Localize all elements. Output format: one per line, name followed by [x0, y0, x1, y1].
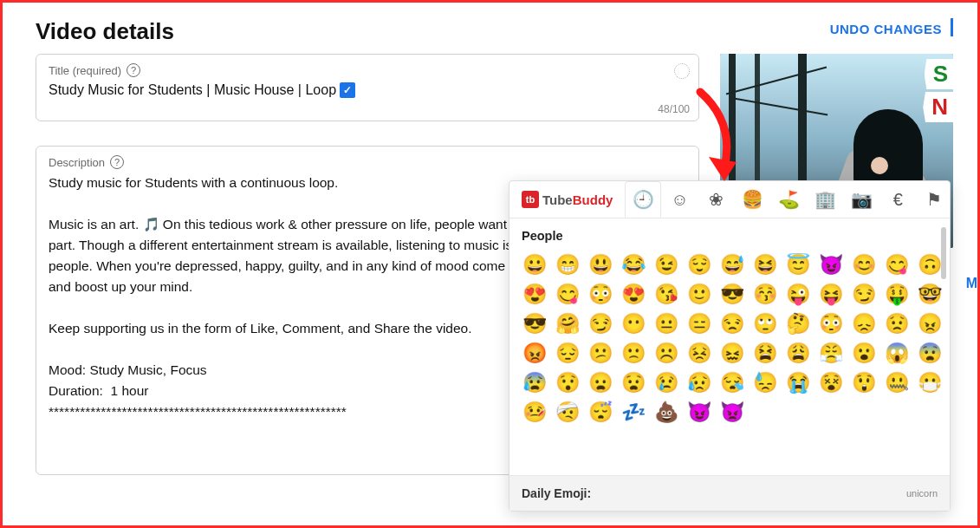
food-icon[interactable]: 🍔	[734, 181, 770, 218]
side-letter: M	[966, 276, 977, 291]
emoji-cell[interactable]: 😘	[653, 281, 679, 307]
emoji-cell[interactable]: 🤐	[884, 369, 910, 395]
emoji-cell[interactable]: 😤	[818, 340, 844, 366]
emoji-cell[interactable]: ☹️	[653, 340, 679, 366]
emoji-cell[interactable]: 🙄	[752, 310, 778, 336]
emoji-cell[interactable]: 😆	[752, 251, 778, 277]
scrollbar-thumb[interactable]	[941, 227, 946, 279]
tubebuddy-icon: tb	[522, 191, 539, 208]
description-label: Description	[49, 156, 105, 169]
emoji-cell[interactable]: 😈	[818, 251, 844, 277]
emoji-cell[interactable]: 😰	[522, 369, 548, 395]
emoji-cell[interactable]: 😠	[917, 310, 943, 336]
emoji-cell[interactable]: 😯	[555, 369, 581, 395]
emoji-cell[interactable]: 🙂	[686, 281, 712, 307]
daily-emoji-hint: unicorn	[906, 488, 938, 499]
recent-icon[interactable]: 🕘	[625, 181, 661, 218]
logo-text-buddy: Buddy	[573, 192, 613, 207]
emoji-cell[interactable]: 🤔	[785, 310, 811, 336]
emoji-cell[interactable]: 😊	[851, 251, 877, 277]
emoji-cell[interactable]: 😥	[686, 369, 712, 395]
title-counter: 48/100	[658, 103, 690, 115]
emoji-cell[interactable]: 😍	[522, 281, 548, 307]
undo-changes-button[interactable]: UNDO CHANGES	[830, 18, 953, 36]
emoji-cell[interactable]: 😋	[884, 251, 910, 277]
emoji-cell[interactable]: 😡	[522, 340, 548, 366]
objects-icon[interactable]: 📷	[843, 181, 879, 218]
emoji-cell[interactable]: 😶	[620, 310, 646, 336]
emoji-cell[interactable]: 😌	[686, 251, 712, 277]
emoji-cell[interactable]: 🤕	[555, 399, 581, 425]
emoji-cell[interactable]: 😲	[851, 369, 877, 395]
emoji-cell[interactable]: 😳	[587, 281, 613, 307]
emoji-cell[interactable]: 😑	[686, 310, 712, 336]
emoji-cell[interactable]: 😪	[719, 369, 745, 395]
emoji-cell[interactable]: 💩	[653, 399, 679, 425]
emoji-cell[interactable]: 😱	[884, 340, 910, 366]
emoji-cell[interactable]: 😳	[818, 310, 844, 336]
nature-icon[interactable]: ❀	[698, 181, 734, 218]
emoji-cell[interactable]: 😨	[917, 340, 943, 366]
emoji-cell[interactable]: 😕	[587, 340, 613, 366]
emoji-cell[interactable]: 😎	[719, 281, 745, 307]
emoji-cell[interactable]: 😚	[752, 281, 778, 307]
check-icon: ✓	[340, 82, 355, 98]
flags-icon[interactable]: ⚑	[916, 181, 952, 218]
emoji-cell[interactable]: 😂	[620, 251, 646, 277]
emoji-cell[interactable]: 😔	[555, 340, 581, 366]
emoji-cell[interactable]: 😍	[620, 281, 646, 307]
emoji-cell[interactable]: 👿	[719, 399, 745, 425]
emoji-cell[interactable]: 🤑	[884, 281, 910, 307]
emoji-cell[interactable]: 😦	[587, 369, 613, 395]
emoji-cell[interactable]: 😷	[917, 369, 943, 395]
symbols-icon[interactable]: €	[879, 181, 916, 218]
emoji-cell[interactable]: 😅	[719, 251, 745, 277]
emoji-cell[interactable]: 😀	[522, 251, 548, 277]
emoji-cell[interactable]: 😏	[587, 310, 613, 336]
activity-icon[interactable]: ⛳	[770, 181, 807, 218]
help-icon[interactable]: ?	[127, 63, 140, 77]
emoji-cell[interactable]: 😭	[785, 369, 811, 395]
emoji-cell[interactable]: 😫	[752, 340, 778, 366]
emoji-cell[interactable]: 😒	[719, 310, 745, 336]
title-field[interactable]: Title (required) ? Study Music for Stude…	[36, 54, 699, 121]
emoji-cell[interactable]: 😁	[555, 251, 581, 277]
emoji-cell[interactable]: 🤓	[917, 281, 943, 307]
emoji-cell[interactable]: 🤒	[522, 399, 548, 425]
emoji-cell[interactable]: 😧	[620, 369, 646, 395]
emoji-cell[interactable]: 😵	[818, 369, 844, 395]
emoji-cell[interactable]: 😟	[884, 310, 910, 336]
emoji-cell[interactable]: 😜	[785, 281, 811, 307]
emoji-cell[interactable]: 😮	[851, 340, 877, 366]
emoji-cell[interactable]: 💤	[620, 399, 646, 425]
emoji-cell[interactable]: 😇	[785, 251, 811, 277]
emoji-cell[interactable]: 😈	[686, 399, 712, 425]
title-input-value[interactable]: Study Music for Students | Music House |…	[49, 82, 336, 98]
emoji-cell[interactable]: 😋	[555, 281, 581, 307]
page-title: Video details	[36, 18, 174, 45]
emoji-cell[interactable]: 😴	[587, 399, 613, 425]
emoji-cell[interactable]: 😢	[653, 369, 679, 395]
emoji-cell[interactable]: 😩	[785, 340, 811, 366]
emoji-picker-popup: tb TubeBuddy 🕘☺❀🍔⛳🏢📷€⚑ People 😀😁😃😂😉😌😅😆😇😈…	[509, 180, 951, 512]
emoji-cell[interactable]: 😓	[752, 369, 778, 395]
tubebuddy-logo: tb TubeBuddy	[515, 182, 625, 217]
emoji-cell[interactable]: 🙁	[620, 340, 646, 366]
emoji-cell[interactable]: 😐	[653, 310, 679, 336]
help-icon[interactable]: ?	[110, 155, 124, 169]
emoji-cell[interactable]: 🙃	[917, 251, 943, 277]
emoji-cell[interactable]: 😣	[686, 340, 712, 366]
emoji-cell[interactable]: 😖	[719, 340, 745, 366]
people-icon[interactable]: ☺	[661, 181, 698, 218]
emoji-cell[interactable]: 😏	[851, 281, 877, 307]
emoji-cell[interactable]: 😞	[851, 310, 877, 336]
travel-icon[interactable]: 🏢	[807, 181, 843, 218]
logo-text-tube: Tube	[542, 192, 573, 207]
emoji-cell[interactable]: 😝	[818, 281, 844, 307]
emoji-cell[interactable]: 😃	[587, 251, 613, 277]
emoji-cell[interactable]: 😉	[653, 251, 679, 277]
emoji-cell[interactable]: 😎	[522, 310, 548, 336]
emoji-cell[interactable]: 🤗	[555, 310, 581, 336]
daily-emoji-label: Daily Emoji:	[522, 486, 591, 500]
thumb-badge-n: N	[923, 92, 953, 122]
